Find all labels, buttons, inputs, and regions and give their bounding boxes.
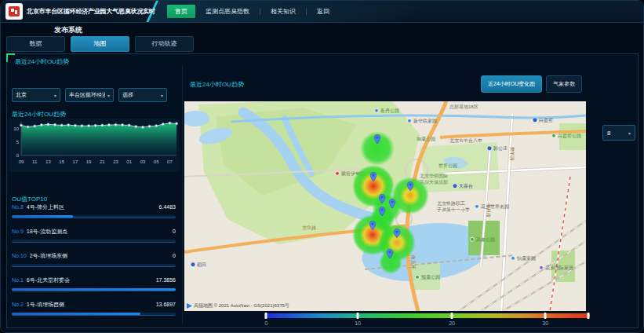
top10-value: 13.6897: [156, 302, 176, 307]
filter-row: 北京 ▾ 丰台区循环经济产 ▾ 选择 ▾: [12, 88, 167, 102]
view-tabs: 数据 地图 行动轨迹: [6, 36, 194, 52]
main-nav: 首页 监测点恶臭指数 相关知识 返回: [167, 1, 329, 22]
chevron-down-icon: ▾: [161, 93, 163, 98]
map-label: 御康公园: [417, 136, 435, 142]
tab-map[interactable]: 地图: [71, 36, 129, 52]
scale-tick-end: [587, 313, 589, 319]
map-buttons: 近24小时OU变化图 气象参数: [481, 75, 582, 93]
park-select[interactable]: 丰台区循环经济产 ▾: [65, 88, 114, 102]
svg-text:03: 03: [140, 159, 146, 164]
map-label: 总部基地18区: [449, 104, 478, 110]
scale-tick: [451, 313, 453, 319]
map-label: 南五环: [411, 255, 416, 269]
point-select[interactable]: 选择 ▾: [118, 88, 167, 102]
map-label: 白盆窑: [539, 117, 553, 123]
scale-tick-label: 10: [355, 320, 361, 326]
top10-row-line: No.8 4号-筛分上料区 6.4483: [12, 203, 176, 213]
svg-text:23: 23: [113, 159, 118, 164]
svg-text:5: 5: [16, 140, 20, 145]
app-window: 北京市丰台区循环经济产业园大气恶臭状况实时 首页 监测点恶臭指数 相关知识 返回…: [0, 0, 644, 333]
green-map-icon: [416, 275, 420, 279]
svg-text:07: 07: [167, 159, 173, 164]
app-title: 北京市丰台区循环经济产业园大气恶臭状况实时: [27, 7, 155, 16]
map-canvas[interactable]: 看丹公园总部基地18区新华联家园御康公园北京市丰台八中白盆窑白盆窑公园世界公园郭…: [184, 101, 586, 311]
metro-map-icon: [533, 118, 537, 123]
trend-chart-svg: 0510091113151719212301030507: [9, 119, 180, 169]
column-divider: [182, 65, 183, 324]
app-logo-icon: [9, 6, 20, 16]
top10-rank: No.8: [12, 204, 24, 210]
nav-item-home[interactable]: 首页: [167, 5, 195, 18]
top10-value: 0: [173, 253, 176, 258]
map-label: 看丹公园: [380, 108, 399, 114]
map-label: 丰科路: [486, 203, 491, 218]
scale-tick: [357, 313, 359, 319]
top10-row: No.8 4号-筛分上料区 6.4483: [12, 203, 176, 228]
chevron-down-icon: ▾: [628, 130, 631, 136]
nav-separator: [260, 8, 260, 15]
svg-text:05: 05: [154, 159, 159, 164]
top10-title: OU值TOP10: [12, 195, 47, 203]
map-label: 稻田: [197, 262, 206, 268]
map-label: 花乡国际家居: [545, 265, 573, 271]
nav-item-back[interactable]: 返回: [317, 7, 329, 16]
time-select-value: 8: [607, 130, 610, 137]
top10-bar-track: [12, 313, 176, 316]
nav-item-odor-index[interactable]: 监测点恶臭指数: [206, 7, 249, 16]
top10-value: 17.3856: [156, 277, 176, 283]
top10-row: No.10 2号-填埋场东侧 0: [12, 252, 176, 276]
map-label: 子弟第十一小学: [436, 207, 470, 213]
panel-corner-accent: [6, 53, 15, 62]
svg-text:21: 21: [100, 159, 105, 164]
top10-bar-fill: [12, 313, 140, 315]
map-label: 北京市丰台八中: [449, 137, 482, 144]
svg-text:09: 09: [19, 159, 24, 164]
app-logo: [5, 3, 23, 20]
blue-map-icon: [375, 108, 379, 112]
top10-value: 0: [173, 229, 176, 234]
ou-color-scale: 0102030: [264, 313, 590, 328]
map-attribution-text: 高德地图 © 2021 AutoNavi - GS(2021)6375号: [194, 302, 289, 309]
top10-bar-track: [12, 264, 176, 267]
city-select[interactable]: 北京 ▾: [12, 88, 60, 102]
weather-params-button[interactable]: 气象参数: [546, 75, 582, 93]
svg-text:01: 01: [126, 159, 132, 164]
time-select[interactable]: 8 ▾: [602, 125, 635, 141]
map-panel-title: 最近24小时OU趋势: [190, 80, 244, 89]
blue-map-icon: [475, 204, 479, 208]
chevron-down-icon: ▾: [54, 93, 56, 98]
map-label: 高鑫公园: [476, 236, 495, 243]
green-map-icon: [471, 237, 475, 241]
metro-map-icon: [487, 146, 492, 151]
top10-row: No.9 18号-流动监测点 0: [12, 228, 176, 252]
scale-tick-label: 0: [265, 320, 268, 326]
trend-chart: 0510091113151719212301030507: [9, 119, 180, 172]
green-map-icon: [552, 134, 556, 137]
map-label: 预康公园: [421, 274, 440, 280]
scale-tick-label: 30: [542, 320, 548, 326]
top10-row-line: No.1 6号-北天堂村委会 17.3856: [12, 276, 176, 286]
tab-data[interactable]: 数据: [6, 36, 65, 52]
tab-track[interactable]: 行动轨迹: [135, 36, 194, 52]
city-select-value: 北京: [16, 91, 27, 99]
header-bar: 北京市丰台区循环经济产业园大气恶臭状况实时 首页 监测点恶臭指数 相关知识 返回: [1, 1, 643, 23]
metro-map-icon: [191, 262, 195, 267]
map-label: 京良路: [302, 225, 316, 231]
top10-list: No.8 4号-筛分上料区 6.4483 No.9 18号-流动监测点 0 No…: [12, 203, 176, 325]
top10-rank: No.1: [12, 277, 24, 283]
map-attribution: 高德地图 © 2021 AutoNavi - GS(2021)6375号: [187, 302, 289, 309]
trend-chart-title: 最近24小时OU趋势: [12, 110, 66, 119]
top10-name: 1号-填埋场西侧: [27, 301, 156, 309]
purple-map-icon: [540, 265, 544, 269]
map-label: 北京华侨国际: [420, 173, 448, 179]
top10-bar-track: [12, 240, 176, 243]
top10-name: 2号-填埋场东侧: [30, 252, 173, 260]
top10-name: 18号-流动监测点: [27, 228, 173, 236]
nav-item-knowledge[interactable]: 相关知识: [271, 7, 296, 16]
map-label: 郭公庄: [493, 145, 508, 152]
scale-tick-label: 20: [449, 320, 455, 326]
top10-row-line: No.2 1号-填埋场西侧 13.6897: [12, 301, 176, 310]
ou-change-chart-button[interactable]: 近24小时OU变化图: [481, 75, 542, 93]
panel-title: 最近24小时OU趋势: [15, 57, 69, 66]
top10-name: 4号-筛分上料区: [27, 203, 159, 211]
